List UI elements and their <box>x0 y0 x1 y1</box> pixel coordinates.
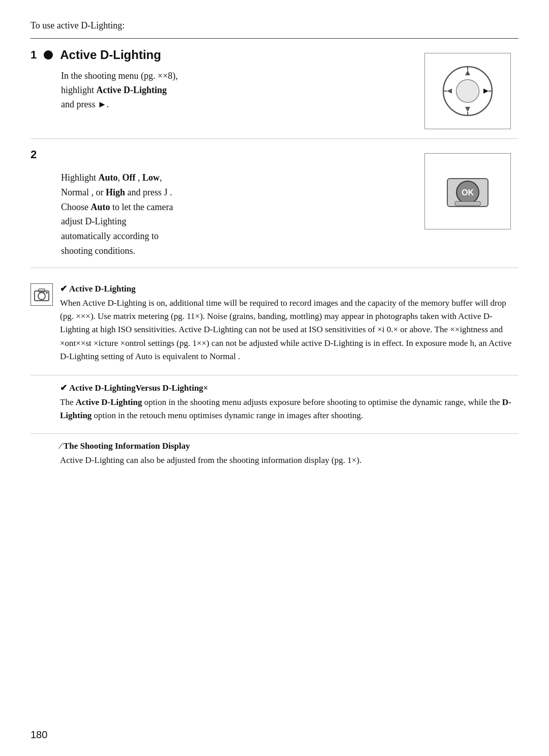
section2: 2 Highlight Auto, Off , Low, Normal , or… <box>30 139 518 268</box>
note3-checkmark: ⁄ <box>60 441 62 451</box>
section1: 1 Active D-Lighting In the shooting menu… <box>30 39 518 139</box>
s2-line3-suffix: to let the camera <box>110 202 173 212</box>
note-icon-camera <box>30 283 53 306</box>
svg-text:OK: OK <box>462 188 474 197</box>
s2-line1-bold1: Auto <box>99 172 118 183</box>
step1-label: 1 <box>30 48 37 62</box>
section1-body-line1: In the shooting menu (pg. ××8), <box>61 71 178 81</box>
note-block-2: ✔Active D-LightingVersus D-Lighting× The… <box>30 383 518 423</box>
section1-body-line2-bold: Active D-Lighting <box>97 85 167 95</box>
s2-line3-prefix: Choose <box>61 202 91 212</box>
s2-line5: automatically according to <box>61 231 159 241</box>
note-block-1: ✔Active D-Lighting When Active D-Lightin… <box>30 283 518 364</box>
note1-content: ✔Active D-Lighting When Active D-Lightin… <box>60 283 518 364</box>
s2-line2-mid: , or <box>89 187 106 197</box>
svg-point-16 <box>38 293 45 300</box>
svg-marker-6 <box>483 89 489 94</box>
s2-line1-prefix: Highlight <box>61 172 99 183</box>
nav-wheel-box <box>424 53 511 129</box>
camera-icon <box>34 288 49 301</box>
section1-body: In the shooting menu (pg. ××8), highligh… <box>61 69 417 112</box>
note2-title-text: Active D-LightingVersus D-Lighting× <box>69 383 208 393</box>
nav-wheel-container <box>417 53 518 129</box>
svg-marker-3 <box>465 70 470 75</box>
section2-left: 2 Highlight Auto, Off , Low, Normal , or… <box>30 148 417 258</box>
s2-line1-sep: , <box>136 172 143 183</box>
note1-body: When Active D-Lighting is on, additional… <box>60 297 518 364</box>
section1-body-line2-prefix: highlight <box>61 85 97 95</box>
ok-button-icon: OK <box>440 168 496 214</box>
s2-line1-bold3: Low <box>142 172 160 183</box>
s2-line3-bold: Auto <box>91 202 110 212</box>
s2-line4: adjust D-Lighting <box>61 216 127 226</box>
s2-line2-bold: High <box>106 187 125 197</box>
ok-button-container: OK <box>417 153 518 229</box>
s2-line1-bold2: Off <box>123 172 136 183</box>
s2-comma: , <box>160 172 162 183</box>
nav-wheel-icon <box>440 63 496 119</box>
section1-header: 1 Active D-Lighting <box>30 48 417 62</box>
s2-line1-mid: , <box>118 172 123 183</box>
s2-line6: shooting conditions. <box>61 246 135 256</box>
note3-content: ⁄The Shooting Information Display Active… <box>60 441 518 467</box>
notes-section: ✔Active D-Lighting When Active D-Lightin… <box>30 283 518 468</box>
page-number: 180 <box>30 729 47 741</box>
note1-title-text: Active D-Lighting <box>69 284 136 294</box>
note-divider-1 <box>30 375 518 375</box>
s2-line2-suffix: and press J . <box>125 187 172 197</box>
note-divider-2 <box>30 433 518 434</box>
svg-point-2 <box>456 80 479 102</box>
s2-line2-prefix: Normal <box>61 187 89 197</box>
note-block-3: ⁄The Shooting Information Display Active… <box>30 441 518 467</box>
section1-body-line3: and press ►. <box>61 99 109 109</box>
note3-body: Active D-Lighting can also be adjusted f… <box>60 454 518 467</box>
section1-left: 1 Active D-Lighting In the shooting menu… <box>30 48 417 112</box>
svg-rect-18 <box>46 292 48 294</box>
section1-title: Active D-Lighting <box>60 48 161 62</box>
section2-body: Highlight Auto, Off , Low, Normal , or H… <box>61 170 417 258</box>
note1-title: ✔Active D-Lighting <box>60 283 518 294</box>
step2-label: 2 <box>30 148 417 161</box>
intro-text: To use active D-Lighting: <box>30 20 518 31</box>
note2-checkmark: ✔ <box>60 383 67 393</box>
note2-title: ✔Active D-LightingVersus D-Lighting× <box>60 383 518 393</box>
svg-marker-5 <box>447 89 452 94</box>
note3-title-text: The Shooting Information Display <box>64 441 190 451</box>
note2-content: ✔Active D-LightingVersus D-Lighting× The… <box>60 383 518 423</box>
note1-checkmark: ✔ <box>60 284 67 294</box>
note2-body: The Active D-Lighting option in the shoo… <box>60 396 518 423</box>
svg-marker-4 <box>465 107 470 112</box>
note3-title: ⁄The Shooting Information Display <box>60 441 518 451</box>
ok-button-box: OK <box>424 153 511 229</box>
bullet-dot <box>44 50 53 60</box>
svg-rect-14 <box>455 201 480 206</box>
